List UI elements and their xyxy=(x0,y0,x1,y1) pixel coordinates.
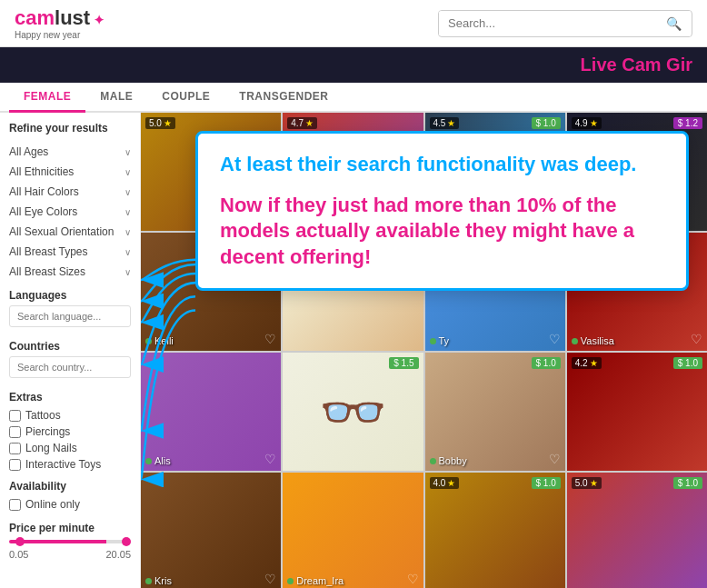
model-card[interactable]: 4.2★ $ 1.0 xyxy=(567,353,707,471)
heart-icon: ♡ xyxy=(264,452,276,466)
tattoos-checkbox[interactable] xyxy=(9,410,21,422)
price-values: 0.05 20.05 xyxy=(9,549,131,560)
availability-label: Availability xyxy=(9,480,131,493)
filter-ethnicities[interactable]: All Ethnicities ∨ xyxy=(9,162,131,182)
model-price: $ 1.5 xyxy=(389,357,418,369)
long-nails-checkbox[interactable] xyxy=(9,443,21,454)
chevron-down-icon: ∨ xyxy=(124,207,131,217)
overlay-text-red: Now if they just had more than 10% of th… xyxy=(220,193,664,271)
overlay-text-blue: At least their search functionality was … xyxy=(220,152,664,178)
extras-label: Extras xyxy=(9,391,131,404)
tab-female[interactable]: FEMALE xyxy=(9,83,85,113)
model-rating-badge: 4.5★ xyxy=(430,117,460,129)
model-rating-badge: 4.2★ xyxy=(572,357,602,369)
model-rating-badge: 5.0★ xyxy=(145,117,175,129)
header: camlust ✦ Happy new year 🔍 xyxy=(0,0,707,47)
model-card[interactable]: 4.0★ $ 1.0 xyxy=(425,473,565,588)
sidebar: Refine your results All Ages ∨ All Ethni… xyxy=(0,113,141,588)
heart-icon: ♡ xyxy=(691,332,702,346)
chevron-down-icon: ∨ xyxy=(124,167,131,177)
search-input[interactable] xyxy=(439,11,657,35)
main-layout: Refine your results All Ages ∨ All Ethni… xyxy=(0,113,707,588)
countries-label: Countries xyxy=(9,340,131,353)
model-card[interactable]: Kris ♡ xyxy=(141,473,281,588)
price-max: 20.05 xyxy=(105,549,131,560)
model-price: $ 1.0 xyxy=(673,357,702,369)
model-name: Vasilisa xyxy=(572,335,614,346)
tab-transgender[interactable]: TRANSGENDER xyxy=(224,83,343,113)
online-only-checkbox[interactable] xyxy=(9,499,21,511)
heart-icon: ♡ xyxy=(264,572,276,586)
model-rating-badge: 5.0★ xyxy=(572,477,602,489)
price-min: 0.05 xyxy=(9,549,28,560)
tab-couple[interactable]: COUPLE xyxy=(147,83,224,113)
content-area: 5.0★ 4.7★ 4.5★ $ 1.0 4.9★ $ 1.2 Kelli ♡ … xyxy=(141,113,707,588)
heart-icon: ♡ xyxy=(549,452,561,466)
heart-icon: ♡ xyxy=(407,572,419,586)
search-bar: 🔍 xyxy=(438,10,692,37)
model-name: Bobby xyxy=(430,455,467,466)
heart-icon: ♡ xyxy=(264,332,276,346)
piercings-checkbox[interactable] xyxy=(9,426,21,438)
model-name: Dream_Ira xyxy=(287,575,344,586)
model-price: $ 1.0 xyxy=(532,357,561,369)
filter-breast-types[interactable]: All Breast Types ∨ xyxy=(9,242,131,262)
model-name: Kelli xyxy=(145,335,174,346)
model-name: Ty xyxy=(430,335,450,346)
interactive-toys-checkbox[interactable] xyxy=(9,459,21,471)
tab-male[interactable]: MALE xyxy=(85,83,147,113)
model-rating-badge: 4.7★ xyxy=(287,117,317,129)
extra-tattoos[interactable]: Tattoos xyxy=(9,407,131,424)
chevron-down-icon: ∨ xyxy=(124,247,131,257)
model-rating-badge: 4.0★ xyxy=(430,477,460,489)
logo-area: camlust ✦ Happy new year xyxy=(15,6,105,40)
search-country-input[interactable] xyxy=(9,356,131,378)
banner: Live Cam Gir xyxy=(0,47,707,83)
languages-label: Languages xyxy=(9,289,131,302)
extra-piercings[interactable]: Piercings xyxy=(9,424,131,440)
heart-icon: ♡ xyxy=(549,332,561,346)
logo: camlust ✦ xyxy=(15,6,105,30)
extra-long-nails[interactable]: Long Nails xyxy=(9,440,131,456)
model-name: Kris xyxy=(145,575,172,586)
chevron-down-icon: ∨ xyxy=(124,147,131,157)
filter-eye-colors[interactable]: All Eye Colors ∨ xyxy=(9,202,131,222)
model-card[interactable]: Dream_Ira ♡ xyxy=(283,473,423,588)
overlay-popup: At least their search functionality was … xyxy=(195,131,689,291)
filter-hair-colors[interactable]: All Hair Colors ∨ xyxy=(9,182,131,202)
availability-online-only[interactable]: Online only xyxy=(9,496,131,513)
model-price: $ 1.0 xyxy=(673,477,702,489)
price-range-bar[interactable] xyxy=(9,540,131,543)
model-name: Alis xyxy=(145,455,171,466)
chevron-down-icon: ∨ xyxy=(124,267,131,277)
filter-ages[interactable]: All Ages ∨ xyxy=(9,142,131,162)
filter-sexual-orientation[interactable]: All Sexual Orientation ∨ xyxy=(9,222,131,242)
model-card[interactable]: 5.0★ $ 1.0 xyxy=(567,473,707,588)
refine-title: Refine your results xyxy=(9,122,131,135)
chevron-down-icon: ∨ xyxy=(124,187,131,197)
logo-subtitle: Happy new year xyxy=(15,30,105,40)
model-card[interactable]: Alis ♡ xyxy=(141,353,281,471)
model-price: $ 1.0 xyxy=(532,477,561,489)
model-card-mascot[interactable]: 👓 $ 1.5 xyxy=(283,353,423,471)
model-card[interactable]: $ 1.0 Bobby ♡ xyxy=(425,353,565,471)
model-rating-badge: 4.9★ xyxy=(572,117,602,129)
search-button[interactable]: 🔍 xyxy=(657,11,691,36)
model-price: $ 1.0 xyxy=(532,117,561,129)
nav-tabs: FEMALE MALE COUPLE TRANSGENDER xyxy=(0,83,707,113)
price-label: Price per minute xyxy=(9,522,131,534)
filter-breast-sizes[interactable]: All Breast Sizes ∨ xyxy=(9,262,131,282)
chevron-down-icon: ∨ xyxy=(124,227,131,237)
search-language-input[interactable] xyxy=(9,305,131,327)
model-price: $ 1.2 xyxy=(673,117,702,129)
extra-interactive-toys[interactable]: Interactive Toys xyxy=(9,456,131,473)
price-section: Price per minute 0.05 20.05 xyxy=(9,522,131,560)
